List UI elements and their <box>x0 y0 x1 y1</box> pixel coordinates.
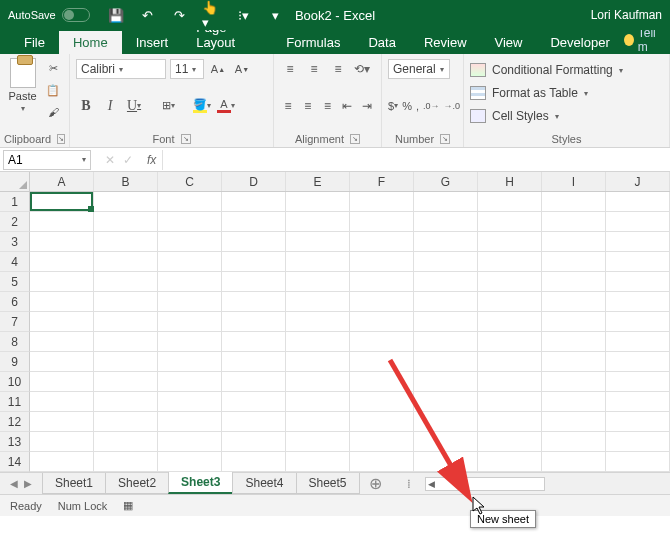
cell[interactable] <box>30 272 94 292</box>
tab-view[interactable]: View <box>481 31 537 54</box>
sheet-next-icon[interactable]: ▶ <box>24 478 32 489</box>
horizontal-scrollbar[interactable]: ◀ <box>425 477 545 491</box>
cell[interactable] <box>542 312 606 332</box>
cell[interactable] <box>30 412 94 432</box>
tab-review[interactable]: Review <box>410 31 481 54</box>
cell[interactable] <box>94 312 158 332</box>
tab-insert[interactable]: Insert <box>122 31 183 54</box>
col-header[interactable]: C <box>158 172 222 191</box>
cell[interactable] <box>350 432 414 452</box>
cells[interactable] <box>30 192 670 472</box>
cell[interactable] <box>30 312 94 332</box>
cell[interactable] <box>158 452 222 472</box>
cell[interactable] <box>222 192 286 212</box>
cell[interactable] <box>414 272 478 292</box>
cell[interactable] <box>158 252 222 272</box>
col-header[interactable]: J <box>606 172 670 191</box>
select-all-corner[interactable] <box>0 172 30 191</box>
cell[interactable] <box>478 372 542 392</box>
cell[interactable] <box>350 372 414 392</box>
align-middle-icon[interactable]: ≡ <box>304 59 324 79</box>
col-header[interactable]: F <box>350 172 414 191</box>
cell[interactable] <box>414 292 478 312</box>
cell[interactable] <box>606 452 670 472</box>
cell[interactable] <box>94 452 158 472</box>
cell[interactable] <box>542 292 606 312</box>
row-header[interactable]: 12 <box>0 412 30 432</box>
cell[interactable] <box>542 252 606 272</box>
cell[interactable] <box>350 332 414 352</box>
increase-decimal-icon[interactable]: .0→ <box>423 96 440 116</box>
sheet-tab[interactable]: Sheet1 <box>42 473 106 494</box>
cell[interactable] <box>222 412 286 432</box>
align-left-icon[interactable]: ≡ <box>280 96 296 116</box>
tab-formulas[interactable]: Formulas <box>272 31 354 54</box>
cell[interactable] <box>94 372 158 392</box>
cell[interactable] <box>222 292 286 312</box>
cell[interactable] <box>414 192 478 212</box>
cell[interactable] <box>158 332 222 352</box>
cell[interactable] <box>158 212 222 232</box>
cell[interactable] <box>542 412 606 432</box>
cell[interactable] <box>94 292 158 312</box>
col-header[interactable]: G <box>414 172 478 191</box>
cell[interactable] <box>222 252 286 272</box>
cell[interactable] <box>478 252 542 272</box>
cell[interactable] <box>222 272 286 292</box>
cell[interactable] <box>286 352 350 372</box>
cell[interactable] <box>158 392 222 412</box>
cell[interactable] <box>478 392 542 412</box>
cell[interactable] <box>542 352 606 372</box>
cell[interactable] <box>606 352 670 372</box>
autosave-toggle[interactable]: AutoSave <box>0 8 98 22</box>
row-header[interactable]: 2 <box>0 212 30 232</box>
cell[interactable] <box>542 392 606 412</box>
cell[interactable] <box>222 352 286 372</box>
enter-formula-icon[interactable]: ✓ <box>123 153 133 167</box>
col-header[interactable]: B <box>94 172 158 191</box>
cell[interactable] <box>158 192 222 212</box>
cell[interactable] <box>286 332 350 352</box>
cell[interactable] <box>30 432 94 452</box>
cell[interactable] <box>222 452 286 472</box>
cell[interactable] <box>606 252 670 272</box>
cell[interactable] <box>94 232 158 252</box>
italic-button[interactable]: I <box>100 96 120 116</box>
touch-mode-icon[interactable]: 👆▾ <box>202 5 222 25</box>
row-header[interactable]: 1 <box>0 192 30 212</box>
cell[interactable] <box>30 192 94 212</box>
cell[interactable] <box>606 412 670 432</box>
comma-icon[interactable]: , <box>416 96 419 116</box>
insert-function-button[interactable]: fx <box>141 150 163 170</box>
cell[interactable] <box>478 352 542 372</box>
cell[interactable] <box>158 232 222 252</box>
cell[interactable] <box>94 392 158 412</box>
font-name-combo[interactable]: Calibri▾ <box>76 59 166 79</box>
cell[interactable] <box>414 392 478 412</box>
cell[interactable] <box>286 232 350 252</box>
cell[interactable] <box>414 412 478 432</box>
cell[interactable] <box>350 312 414 332</box>
increase-font-icon[interactable]: A▲ <box>208 59 228 79</box>
cell[interactable] <box>222 312 286 332</box>
sheet-tab[interactable]: Sheet2 <box>105 473 169 494</box>
cell[interactable] <box>542 432 606 452</box>
cell[interactable] <box>158 272 222 292</box>
cell[interactable] <box>478 272 542 292</box>
new-sheet-button[interactable]: ⊕ <box>365 473 387 495</box>
format-as-table-button[interactable]: Format as Table▾ <box>470 83 663 103</box>
col-header[interactable]: E <box>286 172 350 191</box>
cell[interactable] <box>350 452 414 472</box>
cell[interactable] <box>350 272 414 292</box>
redo-icon[interactable]: ↷ <box>170 5 190 25</box>
cell[interactable] <box>222 372 286 392</box>
border-button[interactable]: ⊞▾ <box>158 96 178 116</box>
cell[interactable] <box>286 432 350 452</box>
tab-data[interactable]: Data <box>354 31 409 54</box>
cell[interactable] <box>158 372 222 392</box>
cell[interactable] <box>222 212 286 232</box>
dialog-launcher-icon[interactable]: ↘ <box>440 134 450 144</box>
align-center-icon[interactable]: ≡ <box>300 96 316 116</box>
cell[interactable] <box>94 272 158 292</box>
cell[interactable] <box>158 312 222 332</box>
